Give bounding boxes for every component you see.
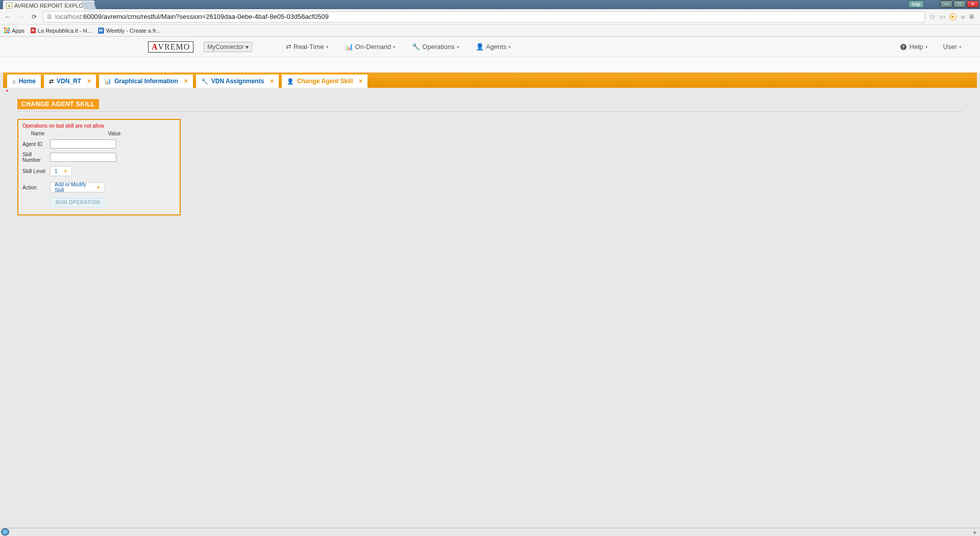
menu-help[interactable]: ?Help▾ [897,41,931,53]
input-agent-id[interactable] [50,139,116,149]
form-panel: Operations on last skill are not allow N… [17,119,181,215]
browser-tab-title: AVREMO REPORT EXPLO [14,3,83,9]
window-titlebar: luigi — □ ✕ [0,0,980,9]
os-user-badge: luigi [909,1,924,8]
extension2-icon[interactable]: ◆ [961,13,965,20]
wrench-icon: 🔧 [412,43,420,51]
select-value: 1 [55,168,58,174]
chart-icon: 📊 [345,43,353,51]
bookmark-label: Weebly - Create a fr... [106,28,161,34]
start-orb-icon[interactable] [1,528,9,535]
bookmark-weebly[interactable]: W Weebly - Create a fr... [98,28,161,34]
page-title: CHANGE AGENT SKILL [17,99,99,109]
input-skill-number[interactable] [50,153,116,162]
favicon-icon: A [6,3,12,9]
content-tabbar: ⌂ Home ⇄ VDN_RT × 📊 Graphical Informatio… [3,72,977,88]
reload-button[interactable]: ⟳ [30,12,39,21]
close-icon[interactable]: × [184,78,188,85]
bookmark-label: La Repubblica.it - H... [38,28,92,34]
bookmark-repubblica[interactable]: R La Repubblica.it - H... [31,28,92,34]
forward-button[interactable]: → [16,12,26,21]
repubblica-icon: R [31,28,36,33]
select-action[interactable]: Add or Modify Skill ▼ [50,182,105,192]
apps-icon [4,28,10,33]
address-bar: ← → ⟳ 🗎 localhost:60009/avremo/cms/restf… [0,9,980,25]
bookmarks-bar: Apps R La Repubblica.it - H... W Weebly … [0,25,980,37]
close-icon[interactable]: × [270,78,274,85]
tab-label: Change Agent Skill [297,78,353,85]
tab-graphical-info[interactable]: 📊 Graphical Information × [99,75,193,88]
window-minimize-button[interactable]: — [940,1,952,8]
user-icon: 👤 [476,43,484,51]
close-icon[interactable]: × [87,78,91,85]
chevron-down-icon: ▼ [64,169,68,174]
tab-label: Graphical Information [114,78,178,85]
url-host: localhost [55,13,81,20]
logo-text: VREMO [158,42,190,51]
divider [17,111,963,112]
user-icon: 👤 [287,78,294,85]
menu-user[interactable]: User▾ [940,41,965,53]
page-icon: 🗎 [46,13,53,20]
menu-label: Operations [422,43,455,51]
refresh-icon: ⇄ [49,78,54,85]
tab-label: Home [19,78,36,85]
select-value: Add or Modify Skill [55,182,90,193]
extension-icon[interactable]: ▶ [949,13,957,20]
col-header-name: Name [22,131,53,136]
menu-label: Help [910,43,923,51]
run-operation-button[interactable]: RUN OPERATION [50,198,106,207]
app-header: AVREMO MyConnector ▾ ⇄Real-Time▾ 📊On-Dem… [0,37,980,57]
url-path: :60009/avremo/cms/restful/Main?session=2… [81,13,329,20]
help-icon: ? [900,44,906,50]
menu-realtime[interactable]: ⇄Real-Time▾ [283,41,331,53]
menu-label: On-Demand [355,43,391,51]
tab-label: VDN Assignments [211,78,264,85]
label-skill-level: Skill Level [22,168,50,174]
wrench-icon: 🔧 [201,78,208,85]
connector-select[interactable]: MyConnector ▾ [204,42,252,52]
url-input[interactable]: 🗎 localhost:60009/avremo/cms/restful/Mai… [43,11,925,22]
close-icon[interactable]: × [359,78,362,85]
chart-icon: 📊 [104,78,111,85]
menu-label: Real-Time [293,43,324,51]
app-logo[interactable]: AVREMO [148,41,193,53]
menu-label: User [943,43,957,51]
tab-vdn-rt[interactable]: ⇄ VDN_RT × [44,75,96,88]
label-action: Action [22,185,50,190]
tab-change-agent-skill[interactable]: 👤 Change Agent Skill × [282,75,368,88]
menu-agents[interactable]: 👤Agents▾ [473,41,514,53]
tab-label: VDN_RT [57,78,81,85]
back-button[interactable]: ← [3,12,12,21]
home-icon: ⌂ [12,78,16,84]
devices-icon[interactable]: ▭ [940,13,945,20]
weebly-icon: W [98,28,104,34]
browser-tab[interactable]: A AVREMO REPORT EXPLO × [3,1,94,11]
chrome-menu-icon[interactable]: ≡ [969,12,974,21]
bookmark-apps[interactable]: Apps [4,28,24,34]
label-skill-number: Skill Number [22,152,50,163]
menu-operations[interactable]: 🔧Operations▾ [409,41,462,53]
menu-ondemand[interactable]: 📊On-Demand▾ [342,41,399,53]
select-skill-level[interactable]: 1 ▼ [50,166,72,176]
warning-text: Operations on last skill are not allow [22,123,176,129]
label-agent-id: Agent ID [22,141,50,147]
horizontal-scrollbar[interactable]: ◄ ► [0,528,980,536]
col-header-value: Value [53,131,176,136]
menu-label: Agents [486,43,506,51]
bookmark-star-icon[interactable]: ☆ [929,12,936,21]
scroll-right-icon[interactable]: ► [973,529,978,535]
refresh-icon: ⇄ [286,43,291,51]
window-maximize-button[interactable]: □ [953,1,966,8]
chevron-down-icon: ▼ [96,185,101,190]
tab-home[interactable]: ⌂ Home [7,75,41,88]
bookmark-label: Apps [12,28,24,34]
tab-vdn-assignments[interactable]: 🔧 VDN Assignments × [196,75,279,88]
window-close-button[interactable]: ✕ [967,1,979,8]
